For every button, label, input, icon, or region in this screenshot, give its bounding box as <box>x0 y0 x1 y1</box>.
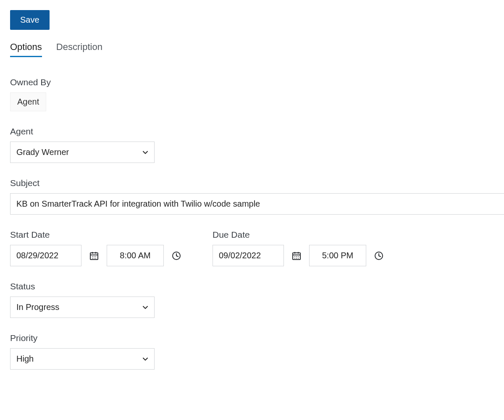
status-label: Status <box>10 281 494 291</box>
start-date-input[interactable] <box>10 245 81 266</box>
due-date-group: Due Date <box>213 230 386 266</box>
priority-select-value: High <box>10 348 155 370</box>
due-date-calendar-button[interactable] <box>290 249 303 262</box>
svg-point-19 <box>298 256 299 257</box>
tabs: Options Description <box>10 42 494 57</box>
tab-options[interactable]: Options <box>10 42 42 57</box>
start-time-clock-button[interactable] <box>170 249 183 262</box>
start-date-group: Start Date <box>10 230 183 266</box>
agent-label: Agent <box>10 126 494 136</box>
clock-icon <box>171 251 181 261</box>
subject-input[interactable] <box>10 193 504 215</box>
owned-by-label: Owned By <box>10 77 494 87</box>
agent-select-value: Grady Werner <box>10 142 155 163</box>
due-date-input[interactable] <box>213 245 284 266</box>
svg-point-7 <box>92 258 93 259</box>
calendar-icon <box>291 251 302 261</box>
svg-point-21 <box>296 258 297 259</box>
svg-point-6 <box>95 256 96 257</box>
tab-description[interactable]: Description <box>56 42 102 57</box>
due-time-input[interactable] <box>309 245 366 266</box>
start-date-inputs <box>10 245 183 266</box>
due-date-inputs <box>213 245 386 266</box>
status-group: Status In Progress <box>10 281 494 318</box>
svg-point-8 <box>94 258 94 259</box>
save-button[interactable]: Save <box>10 10 50 30</box>
start-date-calendar-button[interactable] <box>87 249 101 262</box>
svg-line-25 <box>379 256 381 257</box>
agent-group: Agent Grady Werner <box>10 126 494 163</box>
date-row: Start Date <box>10 230 494 266</box>
start-time-input[interactable] <box>107 245 164 266</box>
options-form: Owned By Agent Agent Grady Werner Subjec… <box>10 77 494 370</box>
due-time-clock-button[interactable] <box>372 249 386 262</box>
svg-point-18 <box>296 256 297 257</box>
svg-point-17 <box>294 256 295 257</box>
clock-icon <box>374 251 384 261</box>
priority-label: Priority <box>10 333 494 343</box>
calendar-icon <box>89 251 99 261</box>
priority-select[interactable]: High <box>10 348 155 370</box>
subject-group: Subject <box>10 178 494 215</box>
svg-point-22 <box>298 258 299 259</box>
priority-group: Priority High <box>10 333 494 370</box>
svg-point-5 <box>94 256 94 257</box>
status-select[interactable]: In Progress <box>10 297 155 318</box>
subject-label: Subject <box>10 178 494 188</box>
svg-line-12 <box>176 256 178 257</box>
svg-point-4 <box>92 256 93 257</box>
owned-by-chip[interactable]: Agent <box>10 92 46 111</box>
start-date-label: Start Date <box>10 230 183 240</box>
due-date-label: Due Date <box>213 230 386 240</box>
svg-point-20 <box>294 258 295 259</box>
owned-by-group: Owned By Agent <box>10 77 494 111</box>
svg-point-9 <box>95 258 96 259</box>
agent-select[interactable]: Grady Werner <box>10 142 155 163</box>
status-select-value: In Progress <box>10 297 155 318</box>
